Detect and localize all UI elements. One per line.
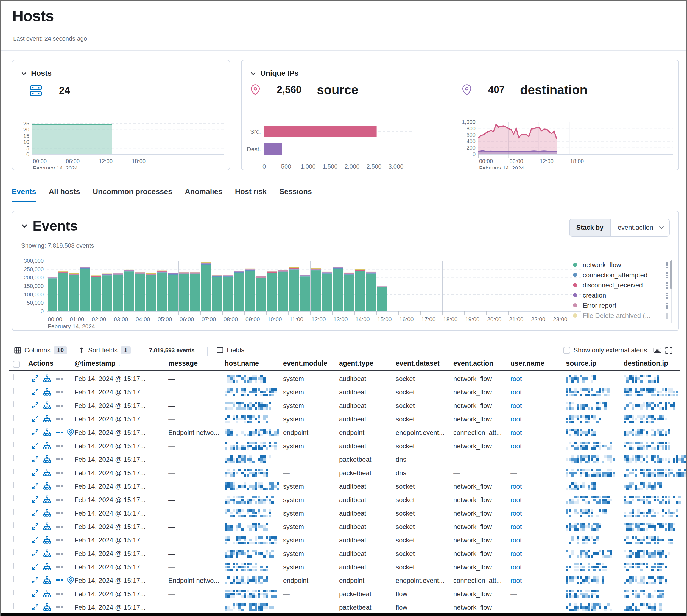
row-checkbox[interactable] [13, 442, 14, 447]
col-agent-type[interactable]: agent.type [339, 358, 373, 369]
row-checkbox[interactable] [13, 563, 14, 569]
legend-item[interactable]: connection_attempted [573, 270, 669, 280]
expand-event-icon[interactable] [31, 523, 39, 530]
cell-user-name[interactable]: root [511, 560, 522, 574]
row-checkbox[interactable] [13, 468, 14, 474]
col-event-action[interactable]: event.action [453, 358, 493, 369]
collapse-chevron-icon[interactable] [21, 70, 27, 77]
row-checkbox[interactable] [13, 415, 14, 421]
col-event-module[interactable]: event.module [283, 358, 327, 369]
legend-menu-icon[interactable] [666, 313, 667, 314]
row-checkbox[interactable] [13, 428, 14, 434]
expand-event-icon[interactable] [31, 375, 39, 382]
row-more-actions-icon[interactable] [56, 472, 58, 474]
cell-user-name[interactable]: root [511, 426, 522, 439]
analyze-event-icon[interactable] [43, 509, 51, 517]
sort-fields-button[interactable]: Sort fields 1 [78, 346, 131, 354]
cell-user-name[interactable]: root [511, 372, 522, 386]
legend-item[interactable]: creation [573, 290, 669, 300]
row-more-actions-icon[interactable] [56, 539, 58, 541]
expand-event-icon[interactable] [31, 456, 39, 463]
analyze-event-icon[interactable] [43, 549, 51, 557]
col-timestamp[interactable]: @timestamp ↓ [74, 358, 121, 369]
expand-event-icon[interactable] [31, 442, 39, 449]
cell-user-name[interactable]: root [511, 412, 522, 426]
analyze-event-icon[interactable] [43, 468, 51, 477]
row-checkbox[interactable] [13, 374, 14, 380]
expand-event-icon[interactable] [31, 496, 39, 503]
expand-event-icon[interactable] [31, 482, 39, 490]
cell-user-name[interactable]: root [511, 480, 522, 493]
analyze-event-icon[interactable] [43, 576, 51, 584]
analyze-event-icon[interactable] [43, 442, 51, 450]
collapse-chevron-icon[interactable] [250, 70, 256, 77]
row-more-actions-icon[interactable] [56, 391, 58, 393]
tab-anomalies[interactable]: Anomalies [185, 188, 222, 202]
analyze-event-icon[interactable] [43, 428, 51, 436]
row-more-actions-icon[interactable] [56, 593, 58, 595]
legend-item[interactable]: network_flow [573, 260, 669, 270]
tab-uncommon-processes[interactable]: Uncommon processes [93, 188, 172, 202]
row-more-actions-icon[interactable] [56, 485, 58, 487]
expand-event-icon[interactable] [31, 603, 39, 611]
legend-scrollbar[interactable] [670, 260, 672, 323]
expand-event-icon[interactable] [31, 576, 39, 584]
tab-sessions[interactable]: Sessions [279, 188, 312, 202]
analyze-event-icon[interactable] [43, 603, 51, 611]
row-more-actions-icon[interactable] [56, 499, 58, 501]
row-more-actions-icon[interactable] [56, 566, 58, 568]
expand-event-icon[interactable] [31, 428, 39, 436]
row-checkbox[interactable] [13, 455, 14, 461]
expand-event-icon[interactable] [31, 415, 39, 422]
keyboard-shortcuts-icon[interactable] [653, 346, 662, 354]
legend-item[interactable]: Error report [573, 300, 669, 310]
analyze-event-icon[interactable] [43, 415, 51, 423]
expand-event-icon[interactable] [31, 563, 39, 570]
row-more-actions-icon[interactable] [56, 607, 58, 608]
cell-user-name[interactable]: root [511, 439, 522, 453]
col-user-name[interactable]: user.name [511, 358, 544, 369]
tab-host-risk[interactable]: Host risk [235, 188, 267, 202]
legend-item[interactable]: File Delete archived (... [573, 310, 669, 320]
expand-event-icon[interactable] [31, 402, 39, 409]
fields-button[interactable]: Fields [216, 346, 244, 354]
analyze-event-icon[interactable] [43, 455, 51, 463]
legend-menu-icon[interactable] [666, 303, 667, 304]
row-more-actions-icon[interactable] [56, 458, 58, 460]
row-more-actions-icon[interactable] [56, 432, 58, 434]
expand-event-icon[interactable] [31, 550, 39, 557]
expand-event-icon[interactable] [31, 469, 39, 476]
row-more-actions-icon[interactable] [56, 378, 58, 380]
analyze-event-icon[interactable] [43, 482, 51, 490]
row-checkbox[interactable] [13, 549, 14, 555]
row-more-actions-icon[interactable] [56, 418, 58, 420]
row-checkbox[interactable] [13, 509, 14, 515]
expand-event-icon[interactable] [31, 536, 39, 544]
tab-all-hosts[interactable]: All hosts [49, 188, 80, 202]
cell-user-name[interactable]: root [511, 547, 522, 560]
analyze-event-icon[interactable] [43, 374, 51, 382]
stack-by-select[interactable]: Stack by event.action [569, 219, 670, 237]
row-checkbox[interactable] [13, 590, 14, 595]
tab-events[interactable]: Events [12, 188, 36, 202]
collapse-chevron-icon[interactable] [21, 222, 28, 230]
row-more-actions-icon[interactable] [56, 526, 58, 528]
columns-button[interactable]: Columns 10 [14, 346, 67, 354]
col-event-dataset[interactable]: event.dataset [396, 358, 439, 369]
cell-user-name[interactable]: root [511, 520, 522, 533]
expand-event-icon[interactable] [31, 388, 39, 396]
cell-user-name[interactable]: root [511, 533, 522, 547]
col-message[interactable]: message [168, 358, 198, 369]
analyze-event-icon[interactable] [43, 522, 51, 530]
row-checkbox[interactable] [13, 482, 14, 488]
analyze-event-icon[interactable] [43, 536, 51, 544]
row-checkbox[interactable] [13, 576, 14, 582]
legend-menu-icon[interactable] [666, 293, 667, 294]
analyze-event-icon[interactable] [43, 563, 51, 571]
legend-menu-icon[interactable] [666, 283, 667, 284]
analyze-event-icon[interactable] [43, 401, 51, 409]
row-more-actions-icon[interactable] [56, 553, 58, 554]
row-more-actions-icon[interactable] [56, 512, 58, 514]
row-checkbox[interactable] [13, 603, 14, 609]
analyze-event-icon[interactable] [43, 496, 51, 503]
